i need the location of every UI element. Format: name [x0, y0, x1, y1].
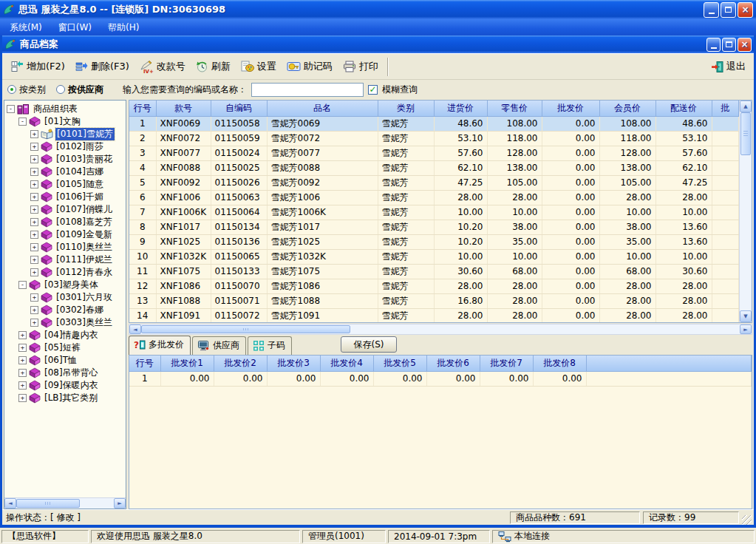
tree-item[interactable]: -[01]文胸 [7, 115, 126, 128]
tree-item[interactable]: +[0302]春娜 [7, 304, 126, 316]
expand-icon[interactable]: + [30, 256, 38, 264]
table-row[interactable]: 8XNF101701150134雪妮芳1017雪妮芳10.2038.000.00… [129, 220, 739, 234]
column-header[interactable]: 品名 [267, 101, 378, 116]
exit-button[interactable]: 退出 [706, 58, 750, 75]
fuzzy-search-checkbox[interactable]: ✓ [368, 85, 378, 95]
tree-item[interactable]: +[05]短裤 [7, 341, 126, 354]
menu-item-3[interactable]: 帮助(H) [100, 19, 147, 36]
column-header[interactable]: 款号 [156, 101, 211, 116]
table-row[interactable]: 14XNF109101150072雪妮芳1091雪妮芳28.0028.000.0… [129, 308, 739, 322]
grid-hscroll-thumb[interactable] [141, 325, 350, 333]
table-row[interactable]: 12XNF108601150070雪妮芳1086雪妮芳28.0028.000.0… [129, 279, 739, 293]
expand-icon[interactable]: + [30, 130, 38, 138]
expand-icon[interactable]: + [30, 243, 38, 251]
expand-icon[interactable]: + [30, 180, 38, 188]
scroll-up-icon[interactable]: ▲ [740, 101, 752, 112]
tree-item[interactable]: +[06]T恤 [7, 354, 126, 367]
tree-item[interactable]: +[0108]嘉芝芳 [7, 216, 126, 228]
expand-icon[interactable]: + [30, 319, 38, 327]
column-header[interactable]: 批发价6 [426, 356, 480, 371]
table-row[interactable]: 11XNF107501150133雪妮芳1075雪妮芳30.6068.000.0… [129, 264, 739, 279]
column-header[interactable]: 零售价 [487, 101, 542, 116]
tab-supplier[interactable]: 供应商 [192, 336, 246, 355]
column-header[interactable]: 配送价 [655, 101, 712, 116]
child-maximize-button[interactable] [722, 38, 736, 52]
close-button[interactable]: × [738, 2, 753, 18]
column-header[interactable]: 批发价 [542, 101, 599, 116]
column-header[interactable]: 批发价5 [373, 356, 426, 371]
column-header[interactable]: 批发价4 [320, 356, 373, 371]
collapse-icon[interactable]: - [18, 281, 27, 289]
tab-multi-wholesale-price[interactable]: ?多批发价 [129, 336, 191, 356]
search-input[interactable] [251, 83, 364, 97]
tree-item[interactable]: +[0106]千媚 [7, 191, 126, 203]
expand-icon[interactable]: + [30, 231, 38, 239]
tree-item[interactable]: +[0112]青春永 [7, 266, 126, 279]
table-row[interactable]: 10XNF1032K01150065雪妮芳1032K雪妮芳10.0010.000… [129, 249, 739, 264]
tree-item[interactable]: -[03]塑身美体 [7, 279, 126, 291]
expand-icon[interactable]: + [18, 369, 27, 377]
column-header[interactable]: 会员价 [599, 101, 655, 116]
grid-vertical-scrollbar[interactable]: ▲ ▼ [739, 101, 752, 322]
tree-item[interactable]: -商品组织表 [7, 103, 126, 115]
child-close-button[interactable]: × [738, 38, 752, 52]
resize-grip[interactable] [742, 515, 752, 525]
menu-item-1[interactable]: 系统(M) [1, 19, 50, 36]
tree-horizontal-scrollbar[interactable]: ◄ ► [4, 497, 126, 509]
radio-by-supplier[interactable]: 按供应商 [56, 84, 103, 96]
tree-item[interactable]: +[0104]吉娜 [7, 166, 126, 178]
table-row[interactable]: 13XNF108801150071雪妮芳1088雪妮芳16.8028.000.0… [129, 293, 739, 308]
column-header[interactable]: 批发价3 [267, 356, 320, 371]
scroll-left-icon[interactable]: ◄ [129, 324, 141, 334]
scroll-right-icon[interactable]: ► [740, 324, 752, 334]
column-header[interactable]: 批发价7 [480, 356, 533, 371]
change-style-no-button[interactable]: IV+改款号 [134, 58, 191, 75]
table-row[interactable]: 5XNF009201150026雪妮芳0092雪妮芳47.25105.000.0… [129, 175, 739, 190]
tree-item[interactable]: +[08]吊带背心 [7, 367, 126, 379]
expand-icon[interactable]: + [18, 394, 27, 402]
table-row[interactable]: 6XNF100601150063雪妮芳1006雪妮芳28.0028.000.00… [129, 190, 739, 205]
tree-item[interactable]: +[0301]六月玫 [7, 291, 126, 304]
column-header[interactable]: 行号 [129, 356, 160, 371]
scroll-right-icon[interactable]: ► [114, 498, 126, 509]
expand-icon[interactable]: + [30, 168, 38, 176]
tree-item[interactable]: +[0111]伊妮兰 [7, 254, 126, 266]
table-row[interactable]: 9XNF102501150136雪妮芳1025雪妮芳10.2035.000.00… [129, 234, 739, 249]
print-button[interactable]: 打印 [338, 58, 384, 75]
expand-icon[interactable]: + [18, 381, 27, 390]
tree-item[interactable]: +[LB]其它类别 [7, 392, 126, 404]
expand-icon[interactable]: + [30, 155, 38, 163]
column-header[interactable]: 批 [712, 101, 739, 116]
grid-vscroll-thumb[interactable] [740, 112, 751, 155]
column-header[interactable]: 批发价2 [214, 356, 267, 371]
expand-icon[interactable]: + [18, 356, 27, 364]
tree-item[interactable]: +[0102]雨莎 [7, 140, 126, 153]
column-header[interactable]: 类别 [378, 101, 434, 116]
tab-subcode[interactable]: 子码 [248, 336, 292, 355]
table-row[interactable]: 1XNF006901150058雪妮芳0069雪妮芳48.60108.000.0… [129, 116, 739, 131]
table-row[interactable]: 7XNF1006K01150064雪妮芳1006K雪妮芳10.0010.000.… [129, 205, 739, 220]
tree-item[interactable]: +[0110]奥丝兰 [7, 241, 126, 254]
maximize-button[interactable] [721, 2, 736, 18]
expand-icon[interactable]: + [30, 218, 38, 226]
expand-icon[interactable]: + [18, 344, 27, 352]
mnemonic-code-button[interactable]: 助记码 [282, 58, 338, 75]
tree-item[interactable]: +[0101]雪妮芳 [7, 128, 126, 140]
tree-item[interactable]: +[0105]随意 [7, 178, 126, 191]
minimize-button[interactable] [704, 2, 719, 18]
expand-icon[interactable]: + [30, 193, 38, 201]
column-header[interactable]: 进货价 [434, 101, 487, 116]
expand-icon[interactable]: + [30, 268, 38, 276]
grid-horizontal-scrollbar[interactable]: ◄ ► [129, 324, 752, 335]
tree-item[interactable]: +[0103]贵丽花 [7, 153, 126, 166]
tree-scroll-thumb[interactable] [16, 499, 80, 508]
table-row[interactable]: 4XNF008801150025雪妮芳0088雪妮芳62.10138.000.0… [129, 160, 739, 175]
column-header[interactable]: 自编码 [211, 101, 267, 116]
tree-item[interactable]: +[0109]金曼新 [7, 228, 126, 241]
expand-icon[interactable]: + [18, 331, 27, 339]
radio-by-category[interactable]: 按类别 [7, 84, 46, 96]
menu-item-2[interactable]: 窗口(W) [50, 19, 100, 36]
collapse-icon[interactable]: - [7, 105, 15, 113]
scroll-left-icon[interactable]: ◄ [4, 498, 16, 509]
expand-icon[interactable]: + [30, 306, 38, 314]
